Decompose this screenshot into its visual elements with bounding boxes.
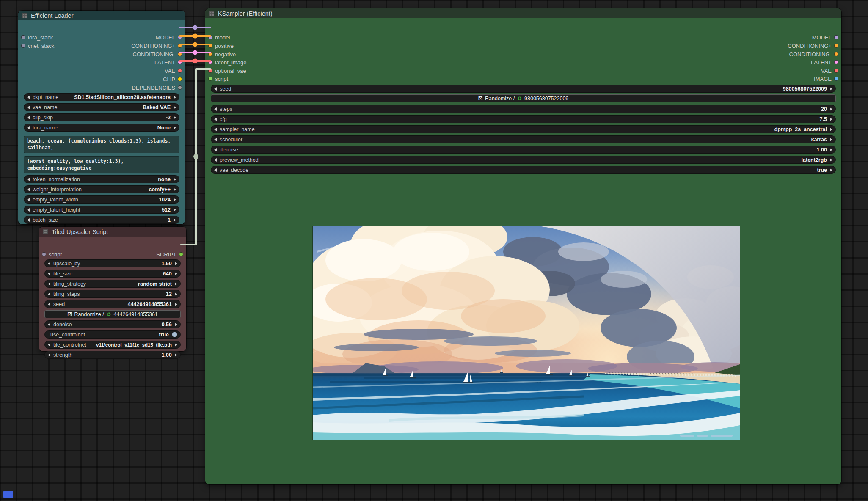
step-right-icon[interactable]: [174, 96, 176, 99]
widget-weight-interpretation[interactable]: weight_interpretation comfy++: [24, 185, 179, 193]
widget-empty-latent-width[interactable]: empty_latent_width 1024: [24, 195, 179, 204]
step-left-icon[interactable]: [214, 158, 217, 162]
port-image-output[interactable]: IMAGE: [814, 75, 838, 82]
step-left-icon[interactable]: [27, 126, 30, 129]
port-conditioning-plus-output[interactable]: CONDITIONING+: [131, 42, 182, 49]
step-right-icon[interactable]: [174, 116, 176, 119]
port-lora-stack-input[interactable]: lora_stack: [21, 34, 53, 41]
port-vae-output[interactable]: VAE: [165, 67, 182, 74]
step-right-icon[interactable]: [175, 343, 177, 347]
step-right-icon[interactable]: [830, 148, 832, 151]
widget-clip-skip[interactable]: clip_skip -2: [24, 113, 179, 121]
node-header-tiled-upscaler[interactable]: Tiled Upscaler Script: [39, 227, 186, 237]
port-dot[interactable]: [21, 35, 25, 39]
step-right-icon[interactable]: [175, 323, 177, 326]
port-cnet-stack-input[interactable]: cnet_stack: [21, 42, 54, 49]
port-dot[interactable]: [834, 69, 838, 73]
widget-vae-name[interactable]: vae_name Baked VAE: [24, 103, 179, 111]
step-left-icon[interactable]: [48, 353, 50, 357]
widget-tile-controlnet[interactable]: tile_controlnet v11\control_v11f1e_sd15_…: [44, 341, 181, 349]
widget-denoise[interactable]: denoise 0.56: [44, 320, 181, 328]
port-dependencies-output[interactable]: DEPENDENCIES: [132, 84, 182, 91]
port-dot[interactable]: [178, 52, 182, 56]
step-right-icon[interactable]: [174, 106, 176, 109]
collapse-icon[interactable]: [22, 13, 27, 18]
port-latent-output[interactable]: LATENT: [811, 59, 838, 66]
widget-tiling-steps[interactable]: tiling_steps 12: [44, 290, 181, 298]
step-left-icon[interactable]: [214, 107, 217, 111]
widget-ckpt-name[interactable]: ckpt_name SD1.5\sdSilicon_silicon29.safe…: [24, 93, 179, 101]
widget-denoise[interactable]: denoise 1.00: [211, 146, 836, 154]
step-right-icon[interactable]: [175, 292, 177, 296]
port-model-input[interactable]: model: [208, 34, 230, 41]
positive-prompt-textarea[interactable]: beach, ocean, (cumulonimbus clouds:1.3),…: [24, 136, 179, 153]
step-left-icon[interactable]: [214, 168, 217, 172]
randomize-seed-button[interactable]: ⚄ Randomize / ♻ 980056807522009: [211, 94, 836, 102]
step-right-icon[interactable]: [174, 198, 176, 201]
toggle-icon[interactable]: [172, 332, 177, 337]
step-left-icon[interactable]: [48, 343, 50, 347]
widget-steps[interactable]: steps 20: [211, 105, 836, 113]
widget-tile-size[interactable]: tile_size 640: [44, 270, 181, 278]
widget-tiling-strategy[interactable]: tiling_strategy random strict: [44, 280, 181, 288]
step-right-icon[interactable]: [830, 87, 832, 91]
step-right-icon[interactable]: [830, 107, 832, 111]
collapse-icon[interactable]: [209, 11, 214, 16]
step-left-icon[interactable]: [214, 148, 217, 151]
step-left-icon[interactable]: [48, 282, 50, 286]
step-right-icon[interactable]: [830, 138, 832, 141]
port-dot[interactable]: [208, 69, 212, 73]
step-left-icon[interactable]: [214, 128, 217, 131]
step-left-icon[interactable]: [27, 218, 30, 222]
step-left-icon[interactable]: [27, 188, 30, 191]
port-dot[interactable]: [208, 44, 212, 48]
randomize-seed-button[interactable]: ⚄ Randomize / ♻ 444264914855361: [44, 310, 181, 318]
widget-upscale-by[interactable]: upscale_by 1.50: [44, 259, 181, 267]
node-header-efficient-loader[interactable]: Efficient Loader: [18, 11, 185, 20]
step-right-icon[interactable]: [175, 303, 177, 306]
port-conditioning-minus-output[interactable]: CONDITIONING-: [789, 51, 838, 58]
step-right-icon[interactable]: [830, 128, 832, 131]
port-dot[interactable]: [208, 60, 212, 64]
port-model-output[interactable]: MODEL: [156, 34, 182, 41]
step-right-icon[interactable]: [830, 118, 832, 121]
port-conditioning-plus-output[interactable]: CONDITIONING+: [788, 42, 838, 49]
port-script-output[interactable]: SCRIPT: [156, 251, 183, 258]
port-dot[interactable]: [208, 52, 212, 56]
port-negative-input[interactable]: negative: [208, 51, 236, 58]
port-dot[interactable]: [834, 44, 838, 48]
port-dot[interactable]: [178, 85, 182, 90]
port-dot[interactable]: [834, 35, 838, 39]
port-script-input[interactable]: script: [208, 75, 228, 82]
widget-sampler-name[interactable]: sampler_name dpmpp_2s_ancestral: [211, 125, 836, 133]
widget-scheduler[interactable]: scheduler karras: [211, 135, 836, 143]
step-left-icon[interactable]: [48, 272, 50, 275]
step-right-icon[interactable]: [175, 353, 177, 357]
port-model-output[interactable]: MODEL: [812, 34, 838, 41]
port-dot[interactable]: [208, 35, 212, 39]
widget-use-controlnet[interactable]: use_controlnet true: [44, 330, 181, 339]
widget-strength[interactable]: strength 1.00: [44, 351, 181, 359]
step-left-icon[interactable]: [27, 96, 30, 99]
port-dot[interactable]: [834, 52, 838, 56]
step-left-icon[interactable]: [27, 116, 30, 119]
port-latent-output[interactable]: LATENT: [154, 59, 182, 66]
collapse-icon[interactable]: [43, 229, 48, 234]
step-right-icon[interactable]: [830, 168, 832, 172]
port-vae-output[interactable]: VAE: [821, 67, 838, 74]
step-right-icon[interactable]: [174, 208, 176, 212]
widget-empty-latent-height[interactable]: empty_latent_height 512: [24, 206, 179, 214]
port-dot[interactable]: [834, 60, 838, 64]
step-right-icon[interactable]: [174, 126, 176, 129]
port-dot[interactable]: [834, 77, 838, 81]
step-left-icon[interactable]: [48, 323, 50, 326]
step-right-icon[interactable]: [175, 262, 177, 265]
port-dot[interactable]: [42, 252, 46, 256]
step-left-icon[interactable]: [27, 198, 30, 201]
widget-seed[interactable]: seed 980056807522009: [211, 85, 836, 93]
port-dot[interactable]: [21, 44, 25, 48]
step-left-icon[interactable]: [27, 106, 30, 109]
step-left-icon[interactable]: [214, 138, 217, 141]
step-left-icon[interactable]: [214, 87, 217, 91]
step-right-icon[interactable]: [174, 218, 176, 222]
